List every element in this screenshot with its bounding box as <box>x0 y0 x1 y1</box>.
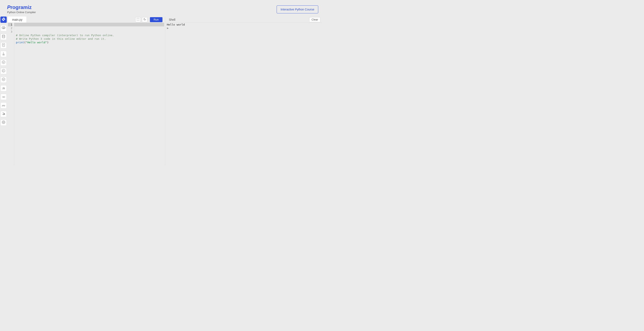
lang-item-html[interactable]: 5 <box>0 42 7 49</box>
svg-text:+: + <box>4 70 4 71</box>
theme-toggle-button[interactable] <box>142 17 148 22</box>
app-header: Programiz Python Online Compiler Interac… <box>0 0 322 16</box>
lang-item-rust[interactable] <box>0 120 7 126</box>
page-subtitle: Python Online Compiler <box>7 11 36 14</box>
shell-output[interactable]: Hello world > <box>166 23 322 166</box>
lang-item-go[interactable]: ·GO <box>0 94 7 100</box>
rust-icon <box>2 120 6 125</box>
go-icon: ·GO <box>2 96 5 98</box>
file-tab[interactable]: main.py <box>8 17 27 23</box>
svg-text:C: C <box>3 61 4 63</box>
c-icon: C <box>2 60 6 65</box>
svg-text:#: # <box>4 79 4 80</box>
js-icon: JS <box>2 87 5 90</box>
brand-logo: Programiz <box>7 5 36 10</box>
editor-toolbar: main.py Run <box>8 17 164 23</box>
code-content[interactable]: # Online Python compiler (interpreter) t… <box>14 23 164 166</box>
lang-item-c[interactable]: C <box>0 60 7 66</box>
shell-toolbar: Shell Clear <box>166 17 322 23</box>
svg-point-2 <box>2 35 5 36</box>
svg-point-13 <box>3 122 4 123</box>
lang-item-r[interactable]: R <box>0 25 7 31</box>
svg-text:R: R <box>3 27 4 29</box>
moon-icon <box>143 18 146 21</box>
fullscreen-button[interactable] <box>135 17 141 22</box>
panes: main.py Run 123 # Online P <box>7 17 322 166</box>
course-button[interactable]: Interactive Python Course <box>277 6 318 14</box>
brand-name: rogramiz <box>10 5 32 10</box>
cpp-icon: C+ <box>2 69 6 74</box>
lang-item-java[interactable] <box>0 51 7 57</box>
r-icon: R <box>2 26 6 31</box>
lang-item-sql[interactable] <box>0 34 7 40</box>
language-rail: R 5 C C+ <box>0 17 7 166</box>
python-icon <box>2 17 6 22</box>
editor-gutter: 123 <box>8 23 14 166</box>
run-button[interactable]: Run <box>150 17 162 22</box>
code-editor[interactable]: 123 # Online Python compiler (interprete… <box>8 23 164 166</box>
php-icon: php <box>2 105 5 107</box>
lang-item-python[interactable] <box>0 17 7 23</box>
shell-pane: Shell Clear Hello world > <box>166 17 322 166</box>
shell-title: Shell <box>166 18 176 21</box>
brand-block: Programiz Python Online Compiler <box>7 5 36 14</box>
workspace: R 5 C C+ <box>0 16 322 166</box>
html5-icon: 5 <box>2 43 6 48</box>
lang-item-js[interactable]: JS <box>0 85 7 91</box>
fullscreen-icon <box>136 18 140 21</box>
database-icon <box>2 35 6 39</box>
java-icon <box>2 52 6 56</box>
editor-pane: main.py Run 123 # Online P <box>8 17 164 166</box>
swift-icon <box>2 112 6 116</box>
svg-text:5: 5 <box>3 44 4 46</box>
lang-item-csharp[interactable]: C# <box>0 77 7 83</box>
lang-item-cpp[interactable]: C+ <box>0 68 7 74</box>
lang-item-swift[interactable] <box>0 111 7 117</box>
clear-button[interactable]: Clear <box>309 17 320 22</box>
csharp-icon: C# <box>2 77 6 82</box>
lang-item-php[interactable]: php <box>0 102 7 109</box>
